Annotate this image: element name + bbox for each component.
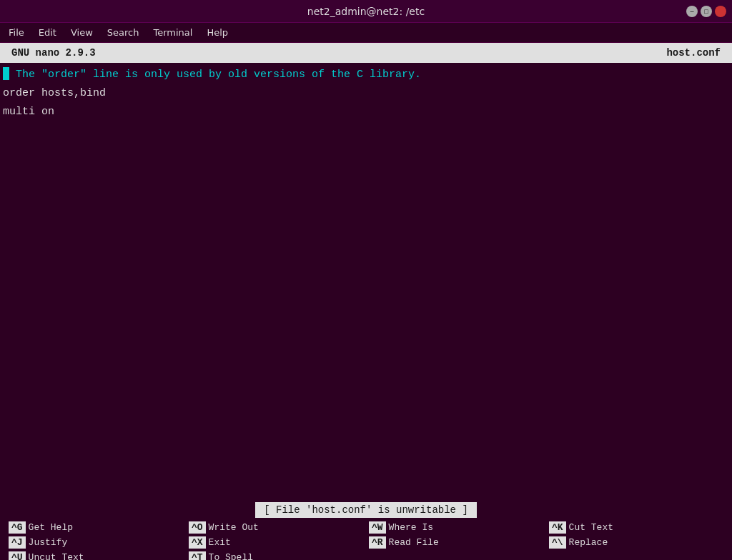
shortcut-key-read-file: ^R bbox=[369, 536, 386, 549]
shortcut-cut-text[interactable]: ^K Cut Text bbox=[546, 520, 726, 535]
editor-area[interactable]: The "order" line is only used by old ver… bbox=[0, 63, 732, 284]
editor-line-1: The "order" line is only used by old ver… bbox=[3, 66, 729, 84]
shortcut-label-exit: Exit bbox=[209, 537, 231, 548]
editor-spacer bbox=[0, 284, 732, 500]
editor-line-1-text: The "order" line is only used by old ver… bbox=[9, 69, 421, 81]
shortcut-label-cut-text: Cut Text bbox=[569, 522, 613, 533]
window-title: net2_admin@net2: /etc bbox=[307, 6, 425, 17]
menu-edit[interactable]: Edit bbox=[33, 26, 62, 39]
shortcut-label-where-is: Where Is bbox=[389, 522, 433, 533]
shortcut-label-justify: Justify bbox=[29, 537, 68, 548]
close-button[interactable] bbox=[715, 6, 726, 17]
editor-line-3: multi on bbox=[3, 103, 729, 121]
minimize-button[interactable]: – bbox=[686, 6, 698, 17]
title-bar: net2_admin@net2: /etc – □ bbox=[0, 0, 732, 23]
shortcut-write-out[interactable]: ^O Write Out bbox=[186, 520, 366, 535]
shortcut-label-get-help: Get Help bbox=[29, 522, 73, 533]
shortcut-key-exit: ^X bbox=[189, 536, 206, 549]
shortcut-read-file[interactable]: ^R Read File bbox=[366, 535, 546, 550]
menu-file[interactable]: File bbox=[3, 26, 30, 39]
shortcut-key-cut-text: ^K bbox=[549, 521, 566, 534]
shortcut-where-is[interactable]: ^W Where Is bbox=[366, 520, 546, 535]
shortcut-label-read-file: Read File bbox=[389, 537, 439, 548]
shortcut-to-spell[interactable]: ^T To Spell bbox=[186, 550, 366, 560]
nano-header: GNU nano 2.9.3 host.conf bbox=[0, 43, 732, 63]
cursor-block bbox=[3, 67, 9, 80]
nano-filename: host.conf bbox=[666, 47, 721, 59]
shortcut-label-write-out: Write Out bbox=[209, 522, 259, 533]
editor-line-2: order hosts,bind bbox=[3, 84, 729, 103]
main-content: GNU nano 2.9.3 host.conf The "order" lin… bbox=[0, 43, 732, 560]
menu-help[interactable]: Help bbox=[201, 26, 234, 39]
menu-terminal[interactable]: Terminal bbox=[147, 26, 198, 39]
shortcut-label-to-spell: To Spell bbox=[209, 552, 253, 560]
shortcut-key-replace: ^\ bbox=[549, 536, 566, 549]
window-controls: – □ bbox=[686, 6, 726, 17]
shortcut-key-uncut-text: ^U bbox=[9, 551, 26, 560]
menu-search[interactable]: Search bbox=[102, 26, 145, 39]
status-bar: [ File 'host.conf' is unwritable ] bbox=[0, 500, 732, 520]
shortcut-get-help[interactable]: ^G Get Help bbox=[6, 520, 186, 535]
shortcut-justify[interactable]: ^J Justify bbox=[6, 535, 186, 550]
shortcut-label-replace: Replace bbox=[569, 537, 608, 548]
shortcut-bar: ^G Get Help ^O Write Out ^W Where Is ^K … bbox=[0, 520, 732, 560]
shortcut-key-to-spell: ^T bbox=[189, 551, 206, 560]
shortcut-exit[interactable]: ^X Exit bbox=[186, 535, 366, 550]
status-message: [ File 'host.conf' is unwritable ] bbox=[255, 502, 477, 518]
shortcut-label-uncut-text: Uncut Text bbox=[29, 552, 84, 560]
shortcut-key-get-help: ^G bbox=[9, 521, 26, 534]
shortcut-key-write-out: ^O bbox=[189, 521, 206, 534]
menu-bar: File Edit View Search Terminal Help bbox=[0, 23, 732, 43]
shortcut-replace[interactable]: ^\ Replace bbox=[546, 535, 726, 550]
maximize-button[interactable]: □ bbox=[701, 6, 712, 17]
nano-version: GNU nano 2.9.3 bbox=[11, 47, 96, 59]
menu-view[interactable]: View bbox=[65, 26, 99, 39]
shortcut-uncut-text[interactable]: ^U Uncut Text bbox=[6, 550, 186, 560]
shortcut-key-justify: ^J bbox=[9, 536, 26, 549]
shortcut-key-where-is: ^W bbox=[369, 521, 386, 534]
